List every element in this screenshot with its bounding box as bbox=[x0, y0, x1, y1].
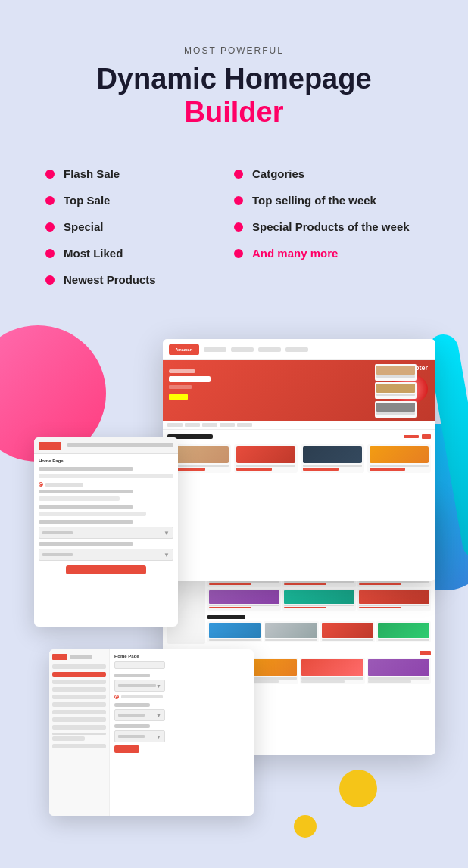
bullet-dot bbox=[234, 249, 243, 258]
mock-small-price bbox=[359, 607, 401, 608]
mock-product-card bbox=[234, 444, 298, 473]
mock-chair-line bbox=[376, 375, 415, 378]
mock-shoe-card bbox=[207, 621, 262, 642]
mock-small-card bbox=[282, 589, 356, 611]
mock-bottom-card bbox=[367, 658, 432, 684]
bullet-dot bbox=[234, 170, 243, 179]
panel-section-label bbox=[39, 467, 133, 471]
mock-product-card bbox=[301, 444, 364, 473]
panel-dropdown2-arrow: ▼ bbox=[164, 552, 170, 558]
mock-side-card3 bbox=[375, 401, 417, 418]
admin-nav-item bbox=[52, 725, 106, 730]
panel-section-label bbox=[39, 505, 133, 509]
mock-bottom-line bbox=[301, 677, 363, 680]
panel-row bbox=[39, 496, 120, 501]
mock-nav-item bbox=[285, 347, 308, 352]
mock-small-line bbox=[209, 581, 279, 583]
mock-product-img-chair bbox=[170, 446, 229, 463]
mock-product-price bbox=[370, 468, 405, 471]
admin-radio-label bbox=[121, 695, 163, 698]
mock-bottom-line2 bbox=[368, 680, 411, 683]
admin-nav-item-active bbox=[52, 672, 106, 677]
mock-shoe-img3 bbox=[322, 623, 373, 638]
panel-dropdown: ▼ bbox=[39, 527, 173, 539]
mock-cat-item bbox=[167, 423, 183, 427]
mock-side-card bbox=[375, 364, 417, 381]
list-item: Catgories bbox=[234, 167, 423, 180]
mock-shoe-line bbox=[265, 639, 317, 641]
panel-section-label bbox=[39, 490, 133, 493]
admin-nav-item bbox=[52, 736, 85, 741]
admin-radio-inner bbox=[116, 696, 118, 698]
admin-radio bbox=[114, 695, 119, 699]
mock-side-card2 bbox=[375, 382, 417, 399]
mock-small-price bbox=[284, 607, 326, 608]
admin-panel: Home Page ▼ ▼ bbox=[49, 649, 254, 816]
mock-small-line bbox=[284, 581, 354, 583]
mock-product-price bbox=[236, 468, 272, 471]
screenshot-bottom-left: Home Page ▼ ▼ bbox=[49, 649, 254, 816]
mock-product-line bbox=[236, 465, 295, 467]
decorative-blob-yellow-small bbox=[294, 815, 317, 838]
mock-logo: Amazcart bbox=[169, 344, 199, 355]
mock-shoe-line bbox=[209, 639, 261, 641]
admin-nav-item bbox=[52, 687, 106, 692]
mock-shoe-card bbox=[264, 621, 318, 642]
panel-dropdown-val bbox=[42, 531, 73, 534]
admin-submit-btn[interactable] bbox=[114, 745, 139, 753]
mock-see-more bbox=[420, 651, 431, 655]
bullet-dot bbox=[234, 196, 243, 205]
mock-small-price bbox=[209, 583, 251, 585]
admin-section-label bbox=[114, 674, 150, 677]
mock-lamp-line bbox=[376, 394, 415, 396]
admin-section-label bbox=[114, 703, 150, 707]
mock-side-products bbox=[375, 360, 435, 421]
panel-dropdown2-val bbox=[42, 553, 73, 556]
mock-product-row bbox=[163, 441, 435, 476]
mock-shoes-row bbox=[207, 621, 431, 642]
panel-submit-btn[interactable] bbox=[66, 565, 147, 574]
mock-product-line bbox=[370, 465, 429, 467]
mock-product-line bbox=[170, 465, 229, 467]
header-title-line2: Builder bbox=[30, 95, 438, 130]
mock-bottom-img bbox=[301, 659, 363, 676]
mock-lamp-img bbox=[376, 384, 415, 393]
mock-shoe-line bbox=[322, 639, 373, 641]
mock-hero-banner: Quadcopter bbox=[163, 360, 435, 421]
mock-small-card bbox=[207, 589, 281, 611]
features-col-1: Flash Sale Top Sale Special Most Liked N… bbox=[45, 167, 234, 286]
admin-nav-item bbox=[52, 680, 106, 684]
bullet-dot bbox=[45, 249, 55, 258]
mock-header-right bbox=[404, 434, 431, 439]
admin-nav-item bbox=[52, 664, 106, 669]
mock-small-price bbox=[209, 607, 251, 608]
mock-logo-text: Amazcart bbox=[176, 347, 193, 352]
panel-row bbox=[39, 512, 146, 516]
panel-dropdown-arrow: ▼ bbox=[164, 530, 170, 537]
features-col-2: Catgories Top selling of the week Specia… bbox=[234, 167, 423, 286]
header-subtitle: MOST POWERFUL bbox=[30, 45, 438, 56]
panel-section-label bbox=[39, 520, 133, 524]
mock-shoe-card bbox=[320, 621, 375, 642]
admin-logo-row bbox=[52, 654, 106, 660]
mock-browser-header: Amazcart bbox=[163, 339, 435, 360]
mock-small-price bbox=[284, 583, 326, 585]
bullet-dot bbox=[234, 222, 243, 232]
admin-main: Home Page ▼ ▼ bbox=[110, 649, 170, 816]
panel-header-text bbox=[67, 443, 173, 447]
panel-radio-label bbox=[45, 483, 83, 487]
panel-title: Home Page bbox=[39, 459, 173, 463]
mock-hero-text bbox=[169, 369, 211, 400]
mock-badge bbox=[422, 434, 431, 439]
admin-dropdown2: ▼ bbox=[114, 709, 165, 721]
admin-nav-divider-line bbox=[52, 733, 106, 735]
header-section: MOST POWERFUL Dynamic Homepage Builder bbox=[0, 0, 468, 152]
admin-logo bbox=[52, 654, 67, 660]
list-item: Top Sale bbox=[45, 194, 234, 207]
screenshot-main: Amazcart Quadcopter bbox=[163, 339, 435, 581]
mock-nav bbox=[204, 347, 429, 352]
admin-dropdown: ▼ bbox=[114, 680, 165, 692]
mock-stool-line bbox=[376, 412, 415, 415]
mock-see-all bbox=[404, 435, 419, 438]
mock-bottom-line bbox=[368, 677, 430, 680]
